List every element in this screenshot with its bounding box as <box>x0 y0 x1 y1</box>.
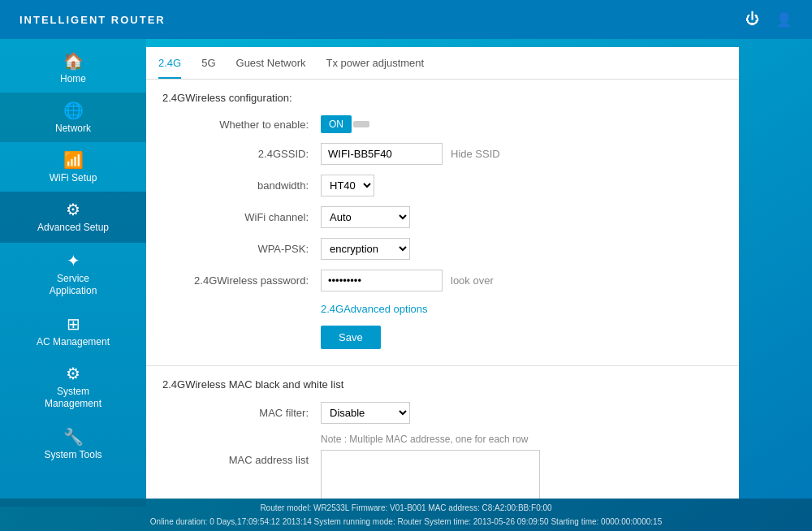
sidebar-item-service[interactable]: ✦ ServiceApplication <box>0 243 146 306</box>
bandwidth-select[interactable]: HT40 HT20 <box>321 175 374 196</box>
ssid-control: Hide SSID <box>321 143 500 165</box>
content-area: 2.4G 5G Guest Network Tx power adjustmen… <box>146 47 739 499</box>
toggle-off-btn[interactable] <box>353 121 369 127</box>
home-icon: 🏠 <box>63 51 84 71</box>
ssid-label: 2.4GSSID: <box>162 148 321 160</box>
channel-row: WiFi channel: Auto 1234 5678 91011 <box>162 206 723 228</box>
password-label: 2.4GWireless password: <box>162 274 321 287</box>
wireless-config-title: 2.4GWireless configuration: <box>162 92 723 104</box>
hide-ssid-link[interactable]: Hide SSID <box>451 148 500 160</box>
service-icon: ✦ <box>67 251 80 270</box>
sidebar-label-network: Network <box>55 123 91 134</box>
sidebar-label-system-mgmt: SystemManagement <box>45 386 102 411</box>
mac-section-title: 2.4GWireless MAC black and white list <box>162 378 723 391</box>
password-row: 2.4GWireless password: look over <box>162 270 723 291</box>
wpa-label: WPA-PSK: <box>162 243 321 255</box>
ssid-row: 2.4GSSID: Hide SSID <box>162 143 723 165</box>
tab-5g[interactable]: 5G <box>201 57 215 79</box>
wpa-row: WPA-PSK: encryption none <box>162 238 723 260</box>
tab-tx-power[interactable]: Tx power adjustment <box>326 57 425 79</box>
sidebar-label-advanced: Advanced Setup <box>37 222 109 235</box>
footer-line1: Router model: WR2533L Firmware: V01-B001… <box>0 501 812 515</box>
sidebar-item-wifi-setup[interactable]: 📶 WiFi Setup <box>0 142 146 192</box>
wpa-select[interactable]: encryption none <box>321 238 410 260</box>
power-icon[interactable]: ⏻ <box>745 11 759 28</box>
wifi-icon: 📶 <box>63 150 84 170</box>
wireless-config-section: 2.4GWireless configuration: Whether to e… <box>146 80 739 366</box>
user-icon[interactable]: 👤 <box>775 11 793 28</box>
password-input[interactable] <box>321 270 443 291</box>
channel-select[interactable]: Auto 1234 5678 91011 <box>321 206 410 228</box>
network-icon: 🌐 <box>63 101 84 120</box>
footer-line2: Online duration: 0 Days,17:09:54:12 2013… <box>0 515 812 529</box>
mac-section: 2.4GWireless MAC black and white list MA… <box>146 366 739 499</box>
sidebar: 🏠 Home 🌐 Network 📶 WiFi Setup ⚙ Advanced… <box>0 39 146 507</box>
password-control: look over <box>321 270 494 291</box>
mac-note: Note : Multiple MAC addresse, one for ea… <box>321 434 723 445</box>
sidebar-label-service: ServiceApplication <box>50 273 97 298</box>
system-mgmt-icon: ⚙ <box>66 364 80 383</box>
ssid-input[interactable] <box>321 143 443 165</box>
channel-label: WiFi channel: <box>162 211 321 223</box>
mac-address-textarea[interactable] <box>321 450 540 499</box>
sidebar-item-system-mgmt[interactable]: ⚙ SystemManagement <box>0 356 146 419</box>
mac-filter-label: MAC filter: <box>162 407 321 419</box>
top-bar: INTELLIGENT ROUTER ⏻ 👤 <box>0 0 812 39</box>
sidebar-item-network[interactable]: 🌐 Network <box>0 93 146 142</box>
advanced-options-link[interactable]: 2.4GAdvanced options <box>321 303 428 315</box>
sidebar-item-home[interactable]: 🏠 Home <box>0 43 146 93</box>
mac-filter-select[interactable]: Disable Allow Deny <box>321 402 410 424</box>
bandwidth-row: bandwidth: HT40 HT20 <box>162 175 723 196</box>
sidebar-item-ac[interactable]: ⊞ AC Management <box>0 306 146 356</box>
sidebar-label-wifi: WiFi Setup <box>50 172 97 183</box>
look-over-link[interactable]: look over <box>451 274 494 287</box>
sidebar-label-ac: AC Management <box>37 336 110 348</box>
mac-filter-row: MAC filter: Disable Allow Deny <box>162 402 723 424</box>
enable-toggle: ON <box>321 115 369 133</box>
sidebar-item-system-tools[interactable]: 🔧 System Tools <box>0 419 146 468</box>
footer-bar: Router model: WR2533L Firmware: V01-B001… <box>0 499 812 531</box>
advanced-setup-icon: ⚙ <box>66 200 80 219</box>
sidebar-item-advanced-setup[interactable]: ⚙ Advanced Setup <box>0 192 146 243</box>
mac-address-row: MAC address list <box>162 450 723 499</box>
tab-2.4g[interactable]: 2.4G <box>158 57 181 79</box>
bandwidth-label: bandwidth: <box>162 179 321 192</box>
sidebar-label-system-tools: System Tools <box>44 449 102 460</box>
tabs-bar: 2.4G 5G Guest Network Tx power adjustmen… <box>146 47 739 80</box>
tab-guest-network[interactable]: Guest Network <box>236 57 306 79</box>
ac-icon: ⊞ <box>67 314 80 334</box>
mac-address-label: MAC address list <box>162 450 321 466</box>
wireless-save-btn[interactable]: Save <box>321 326 381 349</box>
enable-label: Whether to enable: <box>162 119 321 131</box>
system-tools-icon: 🔧 <box>63 427 84 447</box>
enable-row: Whether to enable: ON <box>162 115 723 133</box>
toggle-on-btn[interactable]: ON <box>321 115 352 133</box>
sidebar-label-home: Home <box>60 73 86 84</box>
app-title: INTELLIGENT ROUTER <box>19 14 166 26</box>
